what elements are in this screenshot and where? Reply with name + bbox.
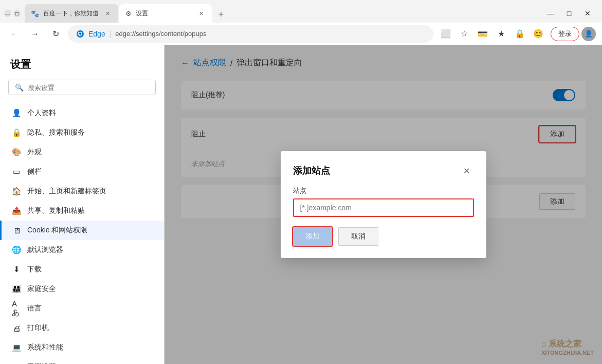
tab-add-button[interactable]: + bbox=[213, 6, 229, 23]
sidebar-item-printing[interactable]: 🖨 打印机 bbox=[0, 318, 164, 338]
modal-title: 添加站点 bbox=[293, 165, 330, 177]
win-maximize[interactable]: □ bbox=[13, 10, 21, 17]
sidebar-item-browser[interactable]: 🌐 默认浏览器 bbox=[0, 240, 164, 260]
sidebar-item-label: 共享、复制和粘贴 bbox=[27, 206, 85, 215]
start-nav-icon: 🏠 bbox=[12, 187, 21, 196]
browser-chrome: — □ 🐾 百度一下，你就知道 ✕ ⚙ 设置 ✕ + — □ ✕ ← → bbox=[0, 0, 602, 45]
sidebar-item-label: 打印机 bbox=[27, 323, 49, 333]
tabs-container: 🐾 百度一下，你就知道 ✕ ⚙ 设置 ✕ + bbox=[25, 4, 542, 23]
window-controls: — □ bbox=[0, 10, 25, 17]
search-box[interactable]: 🔍 bbox=[8, 80, 156, 95]
sidebar-item-language[interactable]: Aあ 语言 bbox=[0, 299, 164, 318]
split-screen-icon[interactable]: ⬜ bbox=[437, 26, 454, 42]
maximize-window-btn[interactable]: □ bbox=[561, 5, 577, 22]
minimize-window-btn[interactable]: — bbox=[542, 5, 559, 22]
tab-settings-label: 设置 bbox=[136, 9, 148, 18]
address-url: edge://settings/content/popups bbox=[115, 30, 206, 38]
system-nav-icon: 💻 bbox=[12, 343, 21, 352]
sidebar-item-sidebar[interactable]: ▭ 侧栏 bbox=[0, 162, 164, 181]
sidebar-item-label: 语言 bbox=[27, 304, 42, 313]
wallet-icon[interactable]: 💳 bbox=[475, 26, 491, 42]
sidebar-item-system[interactable]: 💻 系统和性能 bbox=[0, 338, 164, 357]
sidebar-item-cookies[interactable]: 🖥 Cookie 和网站权限 bbox=[0, 221, 164, 240]
close-window-btn[interactable]: ✕ bbox=[579, 5, 596, 22]
refresh-button[interactable]: ↻ bbox=[47, 26, 64, 42]
modal-overlay: 添加站点 ✕ 站点 添加 取消 bbox=[165, 45, 602, 364]
sidebar: 设置 🔍 👤 个人资料 🔒 隐私、搜索和服务 🎨 外观 ▭ 侧栏 🏠 开始、主页… bbox=[0, 45, 165, 364]
sidebar-item-label: 侧栏 bbox=[27, 167, 42, 176]
family-nav-icon: 👨‍👩‍👧 bbox=[12, 284, 21, 294]
downloads-nav-icon: ⬇ bbox=[12, 265, 21, 274]
tab-settings-icon: ⚙ bbox=[125, 10, 132, 17]
favorites-icon[interactable]: ☆ bbox=[456, 26, 472, 42]
sidebar-item-share[interactable]: 📤 共享、复制和粘贴 bbox=[0, 201, 164, 221]
sidebar-item-label: 隐私、搜索和服务 bbox=[27, 128, 85, 137]
modal-cancel-button[interactable]: 取消 bbox=[338, 227, 378, 246]
address-brand: Edge bbox=[88, 30, 105, 38]
sidebar-item-downloads[interactable]: ⬇ 下载 bbox=[0, 260, 164, 279]
address-separator: | bbox=[110, 30, 112, 38]
sidebar-item-privacy[interactable]: 🔒 隐私、搜索和服务 bbox=[0, 123, 164, 142]
modal-close-button[interactable]: ✕ bbox=[460, 163, 474, 178]
content-area: ← 站点权限 / 弹出窗口和重定向 阻止(推荐) 阻止 添加 未添加站点 bbox=[165, 45, 602, 364]
address-input-container[interactable]: Edge | edge://settings/content/popups bbox=[68, 25, 433, 43]
share-nav-icon: 📤 bbox=[12, 206, 21, 215]
user-avatar[interactable]: 👤 bbox=[581, 27, 596, 41]
browser-nav-icon: 🌐 bbox=[12, 245, 21, 254]
modal-add-button[interactable]: 添加 bbox=[293, 227, 332, 246]
modal-actions: 添加 取消 bbox=[293, 227, 474, 246]
address-bar: ← → ↻ Edge | edge://settings/content/pop… bbox=[0, 23, 602, 45]
sidebar-item-label: 系统和性能 bbox=[27, 343, 63, 352]
browser-essentials-icon[interactable]: 🔒 bbox=[512, 26, 528, 42]
sidebar-item-reset[interactable]: ↩ 重置设置 bbox=[0, 357, 164, 364]
sidebar-item-appearance[interactable]: 🎨 外观 bbox=[0, 142, 164, 162]
sidebar-item-label: 个人资料 bbox=[27, 108, 56, 118]
tab-baidu-icon: 🐾 bbox=[31, 10, 39, 17]
printing-nav-icon: 🖨 bbox=[12, 323, 21, 333]
tab-baidu[interactable]: 🐾 百度一下，你就知道 ✕ bbox=[25, 4, 118, 23]
back-button[interactable]: ← bbox=[6, 26, 23, 42]
sidebar-item-label: 外观 bbox=[27, 148, 42, 157]
tab-bar: — □ 🐾 百度一下，你就知道 ✕ ⚙ 设置 ✕ + — □ ✕ bbox=[0, 0, 602, 23]
forward-button[interactable]: → bbox=[27, 26, 43, 42]
modal-site-input[interactable] bbox=[293, 198, 474, 217]
tab-baidu-close[interactable]: ✕ bbox=[103, 9, 112, 18]
sidebar-item-label: 开始、主页和新建标签页 bbox=[27, 187, 106, 196]
modal-header: 添加站点 ✕ bbox=[293, 163, 474, 178]
tab-settings[interactable]: ⚙ 设置 ✕ bbox=[119, 4, 212, 23]
profile-nav-icon: 👤 bbox=[12, 108, 21, 118]
language-nav-icon: Aあ bbox=[12, 304, 21, 313]
sidebar-item-label: Cookie 和网站权限 bbox=[27, 226, 87, 235]
login-button[interactable]: 登录 bbox=[551, 27, 579, 41]
sidebar-item-family[interactable]: 👨‍👩‍👧 家庭安全 bbox=[0, 279, 164, 299]
sidebar-nav-icon: ▭ bbox=[12, 167, 21, 176]
add-site-modal: 添加站点 ✕ 站点 添加 取消 bbox=[281, 151, 486, 258]
modal-field-label: 站点 bbox=[293, 186, 474, 195]
tab-baidu-label: 百度一下，你就知道 bbox=[43, 9, 99, 18]
main-layout: 设置 🔍 👤 个人资料 🔒 隐私、搜索和服务 🎨 外观 ▭ 侧栏 🏠 开始、主页… bbox=[0, 45, 602, 364]
profile-icon[interactable]: 😊 bbox=[530, 26, 546, 42]
sidebar-item-label: 家庭安全 bbox=[27, 284, 56, 294]
sidebar-item-start[interactable]: 🏠 开始、主页和新建标签页 bbox=[0, 181, 164, 201]
collections-icon[interactable]: ★ bbox=[493, 26, 509, 42]
svg-point-0 bbox=[77, 30, 84, 38]
tab-settings-close[interactable]: ✕ bbox=[196, 9, 206, 18]
search-input[interactable] bbox=[28, 84, 149, 92]
win-minimize[interactable]: — bbox=[4, 10, 11, 17]
sidebar-title: 设置 bbox=[0, 53, 164, 80]
search-icon: 🔍 bbox=[15, 83, 24, 92]
sidebar-item-label: 下载 bbox=[27, 265, 42, 274]
privacy-nav-icon: 🔒 bbox=[12, 128, 21, 137]
toolbar-icons: ⬜ ☆ 💳 ★ 🔒 😊 登录 👤 bbox=[437, 26, 596, 42]
cookies-nav-icon: 🖥 bbox=[12, 226, 21, 235]
sidebar-item-label: 默认浏览器 bbox=[27, 245, 63, 254]
edge-logo-icon bbox=[76, 30, 84, 38]
appearance-nav-icon: 🎨 bbox=[12, 148, 21, 157]
sidebar-item-profile[interactable]: 👤 个人资料 bbox=[0, 103, 164, 123]
